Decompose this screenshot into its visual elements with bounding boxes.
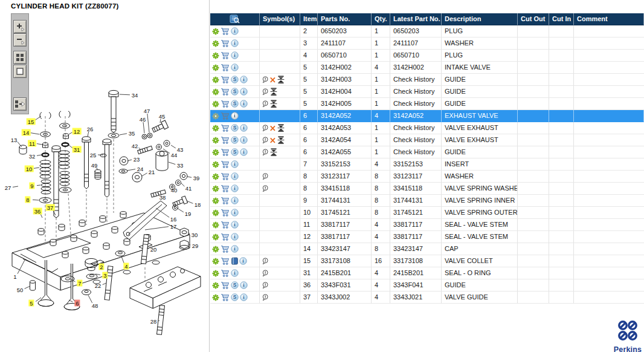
supersession-icon[interactable]: S: [231, 293, 239, 301]
diagram-callout-13[interactable]: 13: [10, 137, 19, 143]
search-document-icon[interactable]: [230, 15, 240, 24]
parts-table-row[interactable]: Si63142A0541Check HistoryVALVE EXHAUST: [210, 134, 644, 146]
parts-table-row[interactable]: i1433423147833423147CAP: [210, 243, 644, 255]
gear-icon[interactable]: [212, 209, 219, 217]
parts-table-row[interactable]: Si53142H0031Check HistoryGUIDE: [210, 74, 644, 86]
diagram-callout-25[interactable]: 25: [89, 152, 98, 158]
add-to-cart-icon[interactable]: [221, 245, 230, 253]
info-icon[interactable]: i: [231, 39, 239, 47]
diagram-callout-12[interactable]: 12: [72, 128, 82, 135]
gear-icon[interactable]: [212, 161, 219, 168]
info-icon[interactable]: i: [231, 197, 239, 204]
gear-icon[interactable]: [212, 246, 219, 253]
tile-view-button[interactable]: [13, 51, 27, 64]
book-icon[interactable]: [231, 257, 238, 265]
add-to-cart-icon[interactable]: [221, 39, 230, 47]
parts-table-row[interactable]: i1233817117433817117SEAL - VALVE STEM: [210, 231, 644, 243]
gear-icon[interactable]: [212, 221, 219, 229]
parts-table-row[interactable]: i1031745121831745121VALVE SPRING OUTER: [210, 207, 644, 219]
parts-table-row[interactable]: i4065071010650710PLUG: [210, 50, 644, 62]
gear-icon[interactable]: [212, 270, 219, 277]
gear-icon[interactable]: [212, 28, 219, 35]
add-to-cart-icon[interactable]: [221, 197, 230, 204]
gear-icon[interactable]: [212, 40, 219, 47]
info-icon[interactable]: i: [231, 233, 239, 241]
info-icon[interactable]: i: [231, 160, 239, 168]
info-icon[interactable]: i: [231, 172, 239, 180]
gear-icon[interactable]: [212, 282, 219, 289]
cell-latest[interactable]: Check History: [390, 98, 442, 110]
add-to-cart-icon[interactable]: [221, 136, 230, 144]
info-icon[interactable]: i: [231, 184, 239, 192]
parts-table-row[interactable]: i931744131831744131VALVE SPRING INNER: [210, 195, 644, 207]
diagram-callout-20[interactable]: 20: [149, 246, 158, 253]
diagram-callout-28[interactable]: 28: [149, 318, 158, 325]
toggle-pane-button[interactable]: [13, 97, 27, 111]
diagram-callout-41[interactable]: 41: [184, 185, 193, 192]
diagram-callout-10[interactable]: 10: [25, 166, 34, 172]
diagram-callout-40[interactable]: 40: [170, 187, 179, 194]
add-to-cart-icon[interactable]: [221, 88, 230, 96]
cell-latest[interactable]: Check History: [390, 86, 442, 98]
gear-icon[interactable]: [212, 112, 219, 120]
diagram-callout-18[interactable]: 18: [193, 201, 202, 208]
diagram-callout-27[interactable]: 27: [4, 184, 13, 191]
parts-table-row[interactable]: i3241110712411107WASHER: [210, 37, 644, 50]
add-to-cart-icon[interactable]: [221, 124, 230, 132]
diagram-callout-36[interactable]: 36: [33, 208, 42, 215]
add-to-cart-icon[interactable]: [221, 293, 230, 301]
supersession-icon[interactable]: S: [231, 136, 239, 144]
info-icon[interactable]: i: [231, 51, 239, 59]
diagram-callout-49[interactable]: 49: [90, 162, 99, 169]
parts-table-row[interactable]: i833415118833415118VALVE SPRING WASHER: [210, 183, 644, 195]
add-to-cart-icon[interactable]: [221, 221, 230, 229]
add-to-cart-icon[interactable]: [221, 172, 230, 180]
add-to-cart-icon[interactable]: [221, 100, 230, 108]
info-icon[interactable]: i: [240, 88, 248, 96]
gear-icon[interactable]: [212, 76, 219, 83]
cell-latest[interactable]: Check History: [390, 122, 442, 134]
info-icon[interactable]: i: [240, 293, 248, 301]
diagram-callout-1[interactable]: 1: [12, 273, 18, 280]
info-icon[interactable]: i: [231, 112, 239, 120]
diagram-callout-9[interactable]: 9: [29, 183, 34, 189]
diagram-callout-19[interactable]: 19: [184, 210, 193, 217]
parts-table-row[interactable]: Si373343J00243343J021VALVE GUIDE: [210, 292, 644, 304]
parts-table-row[interactable]: i2065020310650203PLUG: [210, 25, 644, 37]
info-icon[interactable]: i: [231, 27, 239, 35]
info-icon[interactable]: i: [240, 136, 248, 144]
info-icon[interactable]: i: [240, 76, 248, 83]
supersession-icon[interactable]: S: [231, 76, 239, 83]
gear-icon[interactable]: [212, 294, 219, 301]
gear-icon[interactable]: [212, 233, 219, 241]
add-to-cart-icon[interactable]: [221, 281, 230, 289]
parts-table-row[interactable]: i312415B20142415B201SEAL - O RING: [210, 267, 644, 279]
diagram-callout-7[interactable]: 7: [77, 280, 82, 287]
gear-icon[interactable]: [212, 88, 219, 96]
gear-icon[interactable]: [212, 125, 219, 132]
gear-icon[interactable]: [212, 100, 219, 108]
parts-table-row[interactable]: Si363343F03143343F041GUIDE: [210, 279, 644, 292]
diagram-callout-5[interactable]: 5: [28, 300, 34, 307]
diagram-callout-26[interactable]: 26: [86, 126, 95, 132]
diagram-callout-45[interactable]: 45: [158, 113, 167, 120]
info-icon[interactable]: i: [231, 209, 239, 217]
parts-table-row[interactable]: Si53142H0041Check HistoryGUIDE: [210, 86, 644, 98]
info-icon[interactable]: i: [240, 148, 248, 156]
add-to-cart-icon[interactable]: [221, 76, 230, 83]
info-icon[interactable]: i: [240, 100, 248, 108]
gear-icon[interactable]: [212, 173, 219, 180]
diagram-callout-4[interactable]: 4: [123, 263, 129, 270]
info-icon[interactable]: i: [231, 245, 239, 253]
add-to-cart-icon[interactable]: [221, 209, 230, 217]
gear-icon[interactable]: [212, 64, 219, 71]
parts-table-row[interactable]: i1133817117433817117SEAL - VALVE STEM: [210, 219, 644, 231]
gear-icon[interactable]: [212, 149, 219, 156]
zoom-out-button[interactable]: [13, 33, 27, 47]
diagram-callout-8[interactable]: 8: [25, 197, 30, 203]
add-to-cart-icon[interactable]: [221, 160, 230, 168]
gear-icon[interactable]: [212, 197, 219, 204]
cell-latest[interactable]: Check History: [390, 134, 442, 146]
diagram-callout-48[interactable]: 48: [91, 302, 100, 309]
parts-table-row[interactable]: i733152153433152153INSERT: [210, 158, 644, 171]
